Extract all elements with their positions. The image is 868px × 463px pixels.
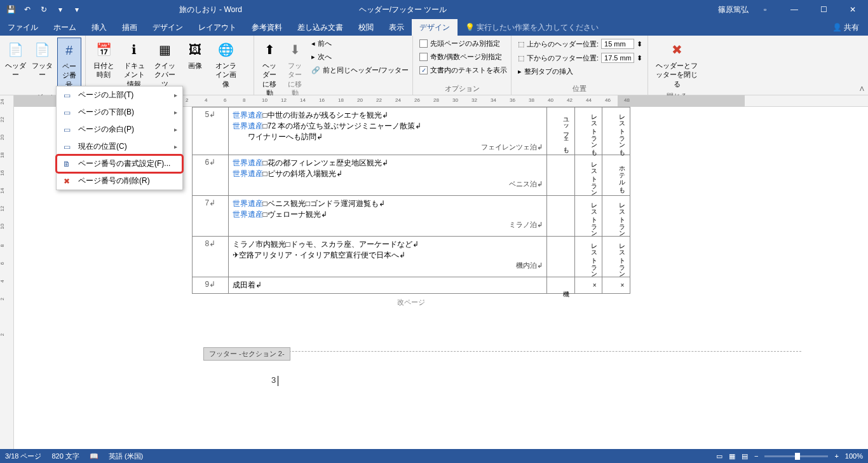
menu-レイアウト[interactable]: レイアウト bbox=[191, 19, 244, 36]
group-label-options: オプション bbox=[417, 83, 507, 95]
zoom-in-icon[interactable]: + bbox=[834, 452, 838, 460]
footer-from-bottom[interactable]: ⬚ 下からのフッター位置: ⬍ bbox=[515, 52, 645, 64]
customize-qat-icon[interactable]: ▾ bbox=[70, 3, 84, 17]
menu-表示[interactable]: 表示 bbox=[381, 19, 412, 36]
align-tab-button[interactable]: ▸ 整列タブの挿入 bbox=[515, 66, 645, 78]
datetime-button[interactable]: 📅日付と時刻 bbox=[90, 38, 118, 81]
zoom-out-icon[interactable]: − bbox=[754, 452, 758, 460]
menu-参考資料[interactable]: 参考資料 bbox=[244, 19, 290, 36]
footer-page-number[interactable]: 3 bbox=[271, 375, 276, 385]
page-break-label: 改ページ bbox=[192, 298, 630, 307]
close-icon[interactable]: ✕ bbox=[840, 0, 865, 19]
table-row: 9↲成田着↲機×× bbox=[193, 277, 630, 294]
online-image-button[interactable]: 🌐オンライン画像 bbox=[212, 38, 240, 90]
opt-odd-even[interactable]: 奇数/偶数ページ別指定 bbox=[417, 51, 510, 63]
tell-me-search[interactable]: 💡 実行したい作業を入力してください bbox=[458, 19, 824, 36]
vertical-ruler[interactable]: 242220181614121086422 bbox=[0, 95, 14, 449]
opt-first-page[interactable]: 先頭ページのみ別指定 bbox=[417, 38, 510, 50]
status-proof-icon[interactable]: 📖 bbox=[90, 452, 98, 460]
header-top-input[interactable] bbox=[601, 39, 634, 49]
table-row: 5↲世界遺産□中世の街並みが残るシエナを観光↲世界遺産□72 本の塔が立ち並ぶサ… bbox=[193, 107, 630, 155]
next-button[interactable]: ▸ 次へ bbox=[309, 51, 411, 63]
status-lang[interactable]: 英語 (米国) bbox=[109, 452, 143, 461]
table-row: 6↲世界遺産□花の都フィレンツェ歴史地区観光↲世界遺産□ピサの斜塔入場観光↲ベニ… bbox=[193, 155, 630, 196]
header-from-top[interactable]: ⬚ 上からのヘッダー位置: ⬍ bbox=[515, 38, 645, 50]
status-words[interactable]: 820 文字 bbox=[51, 452, 79, 461]
ribbon-display-icon[interactable]: ▫ bbox=[752, 0, 778, 19]
menu-ファイル[interactable]: ファイル bbox=[0, 19, 46, 36]
menu-差し込み文書[interactable]: 差し込み文書 bbox=[290, 19, 351, 36]
table-row: 8↲ミラノ市内観光□ドゥモ、スカラ座、アーケードなど↲✈空路アリタリア・イタリア… bbox=[193, 237, 630, 277]
dd-page-margin[interactable]: ▭ページの余白(P)▸ bbox=[57, 121, 182, 138]
menu-ホーム[interactable]: ホーム bbox=[46, 19, 84, 36]
opt-show-text[interactable]: 文書内のテキストを表示 bbox=[417, 64, 510, 76]
minimize-icon[interactable]: — bbox=[782, 0, 807, 19]
footer-button[interactable]: 📄フッター bbox=[31, 38, 55, 81]
status-page[interactable]: 3/18 ページ bbox=[5, 452, 41, 461]
page-number-dropdown: ▭ページの上部(T)▸ ▭ページの下部(B)▸ ▭ページの余白(P)▸ ▭現在の… bbox=[56, 86, 183, 190]
group-label-position: 位置 bbox=[515, 83, 644, 95]
header-button[interactable]: 📄ヘッダー bbox=[4, 38, 28, 81]
window-title: 旅のしおり - Word bbox=[88, 4, 334, 15]
share-button[interactable]: 👤 共有 bbox=[824, 19, 868, 36]
prev-button[interactable]: ◂ 前へ bbox=[309, 38, 411, 50]
footer-boundary bbox=[203, 351, 801, 352]
itinerary-table: 5↲世界遺産□中世の街並みが残るシエナを観光↲世界遺産□72 本の塔が立ち並ぶサ… bbox=[192, 107, 630, 294]
save-icon[interactable]: 💾 bbox=[4, 3, 18, 17]
image-button[interactable]: 🖼画像 bbox=[181, 38, 209, 72]
maximize-icon[interactable]: ☐ bbox=[811, 0, 836, 19]
repeat-icon[interactable]: ▾ bbox=[53, 3, 67, 17]
undo-icon[interactable]: ↶ bbox=[20, 3, 34, 17]
dd-format-page-num[interactable]: 🗎ページ番号の書式設定(F)... bbox=[57, 155, 182, 172]
dd-page-top[interactable]: ▭ページの上部(T)▸ bbox=[57, 86, 182, 104]
view-web-icon[interactable]: ▤ bbox=[742, 452, 748, 460]
zoom-level[interactable]: 100% bbox=[845, 452, 863, 460]
dd-page-bottom[interactable]: ▭ページの下部(B)▸ bbox=[57, 104, 182, 121]
table-row: 7↲世界遺産□ベニス観光□ゴンドラ運河遊覧も↲世界遺産□ヴェローナ観光↲ミラノ泊… bbox=[193, 196, 630, 237]
menu-挿入[interactable]: 挿入 bbox=[84, 19, 114, 36]
footer-section-tag: フッター -セクション 2- bbox=[203, 347, 290, 361]
view-print-icon[interactable]: ▦ bbox=[729, 452, 735, 460]
quickparts-button[interactable]: ▦クイックパーツ bbox=[151, 38, 179, 90]
user-name: 篠原篤弘 bbox=[718, 4, 749, 15]
page-canvas[interactable]: 5↲世界遺産□中世の街並みが残るシエナを観光↲世界遺産□72 本の塔が立ち並ぶサ… bbox=[192, 107, 630, 307]
dd-current-pos[interactable]: ▭現在の位置(C)▸ bbox=[57, 138, 182, 155]
menu-デザイン[interactable]: デザイン bbox=[145, 19, 191, 36]
quick-access-toolbar: 💾 ↶ ↻ ▾ ▾ bbox=[0, 3, 88, 17]
docinfo-button[interactable]: ℹドキュメント情報 bbox=[120, 38, 148, 90]
zoom-slider[interactable] bbox=[764, 455, 828, 457]
menu-デザイン[interactable]: デザイン bbox=[412, 19, 458, 36]
goto-footer-button[interactable]: ⬇フッターに移動 bbox=[283, 38, 306, 99]
ribbon: 📄ヘッダー 📄フッター #ページ番号 ヘッダーとフ 📅日付と時刻 ℹドキュメント… bbox=[0, 36, 868, 95]
title-bar: 💾 ↶ ↻ ▾ ▾ 旅のしおり - Word ヘッダー/フッター ツール 篠原篤… bbox=[0, 0, 868, 19]
menu-描画[interactable]: 描画 bbox=[114, 19, 145, 36]
menu-bar: ファイルホーム挿入描画デザインレイアウト参考資料差し込み文書校閲表示デザイン💡 … bbox=[0, 19, 868, 36]
redo-icon[interactable]: ↻ bbox=[37, 3, 51, 17]
close-header-footer-button[interactable]: ✖ヘッダーとフッターを閉じる bbox=[652, 38, 702, 90]
page-number-button[interactable]: #ページ番号 bbox=[57, 38, 81, 92]
view-readmode-icon[interactable]: ▭ bbox=[716, 452, 722, 460]
status-bar: 3/18 ページ 820 文字 📖 英語 (米国) ▭ ▦ ▤ − + 100% bbox=[0, 449, 868, 463]
menu-校閲[interactable]: 校閲 bbox=[351, 19, 381, 36]
context-tab-title: ヘッダー/フッター ツール bbox=[334, 4, 473, 15]
dd-remove-page-num[interactable]: ✖ページ番号の削除(R) bbox=[57, 172, 182, 190]
collapse-ribbon-icon[interactable]: ᐱ bbox=[860, 85, 864, 92]
goto-header-button[interactable]: ⬆ヘッダーに移動 bbox=[258, 38, 281, 99]
link-prev-button[interactable]: 🔗 前と同じヘッダー/フッター bbox=[309, 64, 411, 76]
footer-bottom-input[interactable] bbox=[601, 53, 634, 63]
